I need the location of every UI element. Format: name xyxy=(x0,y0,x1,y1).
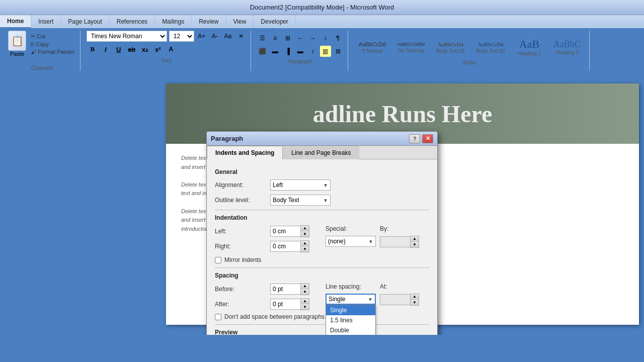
dialog-close-button[interactable]: ✕ xyxy=(422,134,433,143)
after-down[interactable]: ▼ xyxy=(301,304,309,310)
indent-left-down[interactable]: ▼ xyxy=(301,231,309,237)
borders-button[interactable]: ⊞ xyxy=(333,46,344,57)
show-formatting-button[interactable]: ¶ xyxy=(333,33,344,44)
before-field[interactable] xyxy=(270,284,300,295)
style-normal[interactable]: AaBbCcDd ¶ Normal xyxy=(354,39,390,56)
cut-label: Cut xyxy=(37,33,45,39)
special-value: (none) xyxy=(328,238,346,245)
after-spinner[interactable]: ▲ ▼ xyxy=(300,298,309,310)
outline-level-dropdown-arrow: ▼ xyxy=(323,198,328,203)
special-by-field[interactable] xyxy=(380,236,410,247)
at-field[interactable] xyxy=(380,294,410,305)
after-row: After: ▲ ▼ xyxy=(215,298,309,310)
special-by-input[interactable]: ▲ ▼ xyxy=(380,236,419,248)
format-painter-button[interactable]: 🖌 Format Painter xyxy=(29,48,76,55)
indent-right-spinner[interactable]: ▲ ▼ xyxy=(300,240,309,252)
dialog-tab-indents-spacing[interactable]: Indents and Spacing xyxy=(207,146,283,159)
justify-button[interactable]: ▬ xyxy=(295,46,306,57)
paste-button[interactable]: 📋 Paste xyxy=(8,31,26,57)
spacing-section-label: Spacing xyxy=(215,272,429,279)
font-size-select[interactable]: 12 xyxy=(169,31,194,42)
indent-left-spinner[interactable]: ▲ ▼ xyxy=(300,225,309,237)
strikethrough-button[interactable]: ab xyxy=(126,44,138,55)
increase-font-button[interactable]: A+ xyxy=(196,31,207,42)
alignment-select[interactable]: Left ▼ xyxy=(270,179,331,191)
before-up[interactable]: ▲ xyxy=(301,284,309,289)
mirror-indents-checkbox[interactable] xyxy=(215,257,221,263)
alignment-value: Left xyxy=(273,182,283,189)
shading-button[interactable]: ▥ xyxy=(320,46,331,57)
special-select[interactable]: (none) ▼ xyxy=(326,236,376,247)
bullets-button[interactable]: ☰ xyxy=(257,33,268,44)
at-up[interactable]: ▲ xyxy=(411,294,419,300)
subscript-button[interactable]: x₂ xyxy=(139,44,151,55)
style-body-text-01[interactable]: AaBbCcDd Body Text 01 xyxy=(432,39,470,56)
dialog-help-button[interactable]: ? xyxy=(409,134,420,143)
dont-add-checkbox[interactable] xyxy=(215,314,221,320)
line-spacing-label: Line spacing: xyxy=(326,283,376,290)
line-spacing-select[interactable]: Single ▼ xyxy=(326,294,376,305)
change-case-button[interactable]: Aa xyxy=(222,31,233,42)
before-spinner[interactable]: ▲ ▼ xyxy=(300,283,309,295)
increase-indent-button[interactable]: → xyxy=(307,33,318,44)
after-field[interactable] xyxy=(270,299,300,310)
cut-icon: ✂ xyxy=(31,33,35,40)
multilevel-list-button[interactable]: ⊞ xyxy=(282,33,293,44)
decrease-font-button[interactable]: A- xyxy=(209,31,220,42)
outline-level-select[interactable]: Body Text ▼ xyxy=(270,195,331,206)
line-spacing-button[interactable]: ↕ xyxy=(307,46,318,57)
italic-button[interactable]: I xyxy=(100,44,112,55)
style-heading2[interactable]: AaBbC Heading 2 xyxy=(549,37,585,58)
copy-button[interactable]: ⎘ Copy xyxy=(29,41,76,48)
at-down[interactable]: ▼ xyxy=(411,300,419,305)
tab-view[interactable]: View xyxy=(226,15,254,28)
indent-right-down[interactable]: ▼ xyxy=(301,246,309,252)
numbering-button[interactable]: ≡ xyxy=(270,33,281,44)
tab-review[interactable]: Review xyxy=(192,15,226,28)
option-single[interactable]: Single xyxy=(326,305,375,315)
dialog-tab-line-breaks[interactable]: Line and Page Breaks xyxy=(283,146,359,159)
sort-button[interactable]: ↕ xyxy=(320,33,331,44)
special-by-up[interactable]: ▲ xyxy=(411,236,419,242)
after-input[interactable]: ▲ ▼ xyxy=(270,298,309,310)
paragraph-row1: ☰ ≡ ⊞ ← → ↕ ¶ xyxy=(257,33,344,44)
tab-references[interactable]: References xyxy=(110,15,155,28)
bold-button[interactable]: B xyxy=(87,44,99,55)
style-no-spacing[interactable]: AaBbCcDdEe No Spacing xyxy=(392,39,430,56)
tab-insert[interactable]: Insert xyxy=(31,15,61,28)
special-by-down[interactable]: ▼ xyxy=(411,242,419,247)
tab-developer[interactable]: Developer xyxy=(254,15,296,28)
at-spinner[interactable]: ▲ ▼ xyxy=(410,294,419,306)
before-input[interactable]: ▲ ▼ xyxy=(270,283,309,295)
tab-home[interactable]: Home xyxy=(0,15,31,28)
before-down[interactable]: ▼ xyxy=(301,289,309,295)
indent-left-field[interactable]: 0 cm xyxy=(270,226,300,237)
underline-button[interactable]: U xyxy=(113,44,125,55)
tab-mailings[interactable]: Mailings xyxy=(155,15,192,28)
font-name-select[interactable]: Times New Roman xyxy=(87,31,167,42)
indent-left-up[interactable]: ▲ xyxy=(301,226,309,231)
align-left-button[interactable]: ⬛ xyxy=(257,46,268,57)
align-center-button[interactable]: ▬ xyxy=(270,46,281,57)
after-up[interactable]: ▲ xyxy=(301,299,309,304)
mirror-indents-label: Mirror indents xyxy=(224,256,261,263)
indent-left-label: Left: xyxy=(215,228,270,235)
text-highlight-button[interactable]: A xyxy=(165,44,177,55)
clear-format-button[interactable]: ✕ xyxy=(235,31,247,42)
indent-right-field[interactable]: 0 cm xyxy=(270,241,300,252)
decrease-indent-button[interactable]: ← xyxy=(295,33,306,44)
superscript-button[interactable]: x² xyxy=(152,44,164,55)
indent-right-up[interactable]: ▲ xyxy=(301,241,309,246)
style-body-text-02[interactable]: AaBbCcDd Body Text 02 xyxy=(471,39,510,56)
align-right-button[interactable]: ▐ xyxy=(282,46,293,57)
cut-button[interactable]: ✂ Cut xyxy=(29,33,76,40)
special-by-spinner[interactable]: ▲ ▼ xyxy=(410,236,419,248)
tab-page-layout[interactable]: Page Layout xyxy=(61,15,109,28)
option-double[interactable]: Double xyxy=(326,325,375,335)
indent-left-input[interactable]: 0 cm ▲ ▼ xyxy=(270,225,309,237)
outline-level-value: Body Text xyxy=(273,197,299,204)
at-input[interactable]: ▲ ▼ xyxy=(380,294,419,306)
option-1-5-lines[interactable]: 1.5 lines xyxy=(326,315,375,325)
style-heading1[interactable]: AaB Heading 1 xyxy=(512,36,547,59)
indent-right-input[interactable]: 0 cm ▲ ▼ xyxy=(270,240,309,252)
